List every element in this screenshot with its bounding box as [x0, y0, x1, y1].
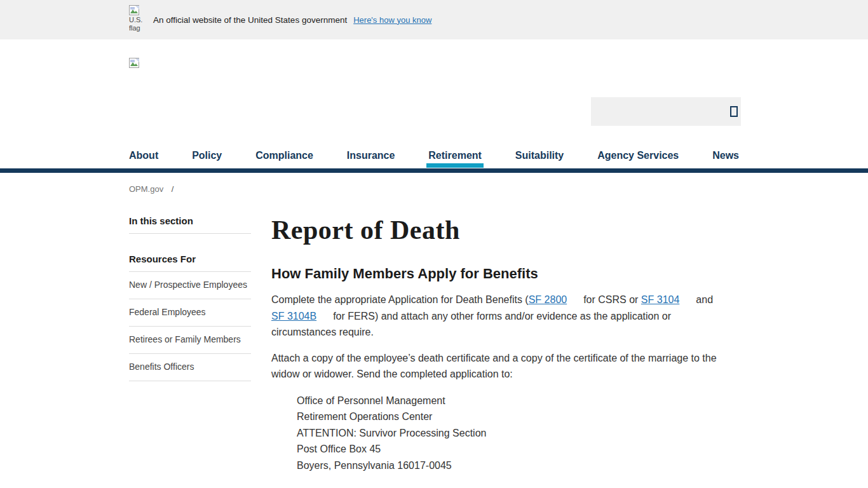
nav-item-about[interactable]: About	[129, 150, 158, 161]
nav-item-suitability[interactable]: Suitability	[515, 150, 564, 161]
nav-item-compliance[interactable]: Compliance	[255, 150, 313, 161]
list-item: Federal Employees	[129, 299, 251, 327]
address-line: ATTENTION: Survivor Processing Section	[297, 425, 719, 442]
resources-for-heading: Resources For	[129, 254, 251, 272]
breadcrumb: OPM.gov /	[129, 184, 739, 194]
heres-how-you-know-link[interactable]: Here's how you know	[353, 15, 431, 25]
sf-3104-link[interactable]: SF 3104	[641, 294, 679, 305]
nav-item-retirement[interactable]: Retirement	[428, 150, 482, 161]
address-line: Retirement Operations Center	[297, 409, 719, 425]
nav-item-policy[interactable]: Policy	[192, 150, 222, 161]
breadcrumb-home-link[interactable]: OPM.gov	[129, 184, 163, 194]
in-this-section-heading: In this section	[129, 215, 251, 234]
site-header	[0, 39, 868, 143]
text-segment: and	[696, 294, 713, 305]
address-line: Boyers, Pennsylvania 16017-0045	[297, 458, 719, 474]
flag-alt-text: U.S. flag	[129, 16, 144, 32]
sidebar-item-benefits-officers[interactable]: Benefits Officers	[129, 360, 251, 373]
main-content: Report of Death How Family Members Apply…	[271, 215, 719, 488]
sidebar-item-federal-employees[interactable]: Federal Employees	[129, 306, 251, 318]
primary-nav: About Policy Compliance Insurance Retire…	[0, 143, 868, 168]
paragraph-attach-certificate: Attach a copy of the employee’s death ce…	[271, 350, 719, 383]
official-website-text: An official website of the United States…	[153, 15, 347, 25]
list-item: New / Prospective Employees	[129, 272, 251, 299]
broken-image-icon	[129, 5, 140, 16]
nav-item-agency-services[interactable]: Agency Services	[597, 150, 679, 161]
paragraph-apply-instructions: Complete the appropriate Application for…	[271, 292, 719, 341]
list-item: Benefits Officers	[129, 354, 251, 381]
list-item: Retirees or Family Members	[129, 327, 251, 354]
section-heading: How Family Members Apply for Benefits	[271, 266, 719, 282]
opm-logo-broken-image[interactable]	[129, 58, 142, 71]
sidebar-links: New / Prospective Employees Federal Empl…	[129, 272, 251, 381]
sf-3104b-link[interactable]: SF 3104B	[271, 311, 316, 322]
sidebar-item-new-prospective-employees[interactable]: New / Prospective Employees	[129, 278, 251, 291]
search-input[interactable]	[591, 97, 730, 126]
sidebar: In this section Resources For New / Pros…	[129, 215, 251, 488]
text-segment: for FERS) and attach any other forms and…	[271, 311, 671, 338]
broken-image-icon	[129, 58, 140, 69]
breadcrumb-separator: /	[172, 184, 174, 194]
page-title: Report of Death	[271, 215, 719, 245]
sidebar-item-retirees-or-family-members[interactable]: Retirees or Family Members	[129, 333, 251, 346]
nav-item-insurance[interactable]: Insurance	[347, 150, 395, 161]
search-box[interactable]	[591, 97, 741, 126]
text-segment: for CSRS or	[583, 294, 641, 305]
nav-divider-bar	[0, 168, 868, 173]
address-line: Post Office Box 45	[297, 441, 719, 458]
nav-item-news[interactable]: News	[712, 150, 739, 161]
sf-2800-link[interactable]: SF 2800	[529, 294, 567, 305]
text-segment: Complete the appropriate Application for…	[271, 294, 529, 305]
search-icon[interactable]	[730, 106, 738, 117]
page: U.S. flag An official website of the Uni…	[0, 0, 868, 488]
gov-banner: U.S. flag An official website of the Uni…	[0, 0, 868, 39]
address-line: Office of Personnel Management	[297, 393, 719, 409]
us-flag-broken-image: U.S. flag	[129, 5, 144, 38]
mailing-address: Office of Personnel Management Retiremen…	[271, 393, 719, 474]
